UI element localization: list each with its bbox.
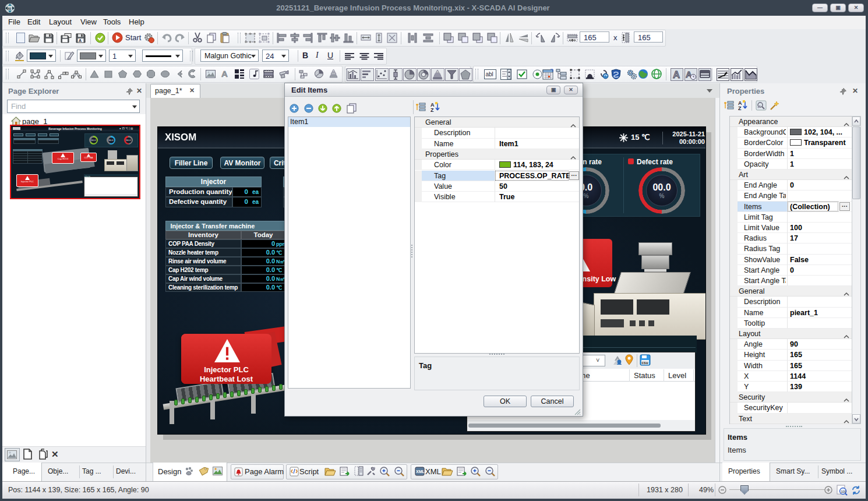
svg-text:AI: AI	[8, 7, 11, 10]
svg-text:A: A	[221, 69, 228, 79]
svg-text:abl: abl	[486, 71, 493, 77]
svg-text:A: A	[79, 38, 82, 43]
svg-text:100: 100	[841, 490, 846, 493]
svg-text:csu: csu	[642, 361, 648, 365]
svg-text:A: A	[673, 69, 680, 80]
svg-text:XML: XML	[416, 470, 425, 474]
svg-text:Z: Z	[738, 105, 742, 111]
svg-text:Z: Z	[431, 107, 434, 112]
